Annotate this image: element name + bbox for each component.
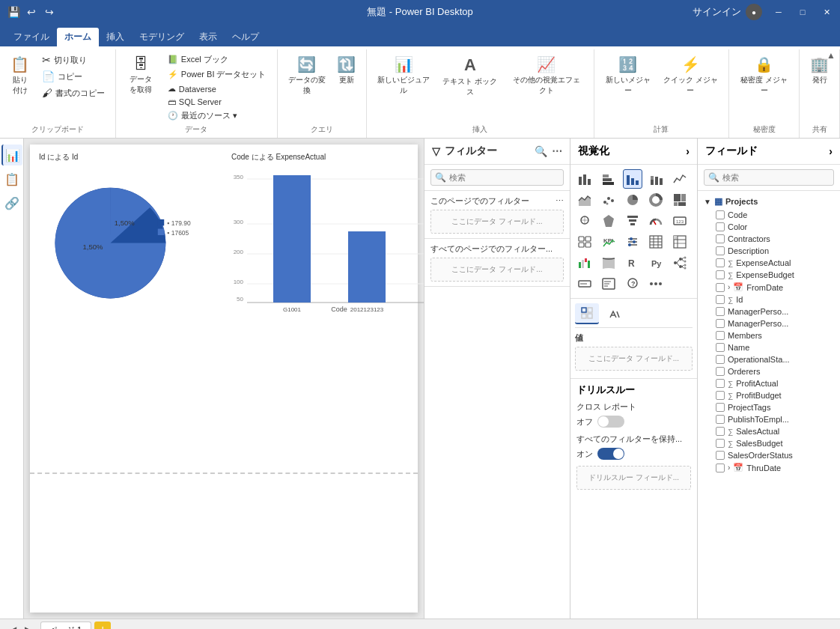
menu-file[interactable]: ファイル [6,28,57,46]
sidebar-model-btn[interactable]: 🔗 [1,192,22,213]
format-copy-btn[interactable]: 🖌 書式のコピー [37,85,109,100]
field-checkbox-orderers[interactable] [716,367,725,376]
viz-waterfall-icon[interactable] [575,253,594,273]
fields-search-input[interactable] [704,169,834,186]
field-item-sales-order-status[interactable]: SalesOrderStatus [698,449,840,461]
field-checkbox-contractors[interactable] [716,234,725,243]
cross-report-toggle-off[interactable] [597,416,624,428]
add-page-btn[interactable]: + [94,622,111,630]
viz-decomp-tree-icon[interactable] [670,253,690,273]
filter-search-icon[interactable]: 🔍 [535,145,547,157]
viz-matrix-icon[interactable] [670,232,690,252]
field-checkbox-from-date[interactable] [716,283,725,292]
quick-measure-btn[interactable]: ⚡ クイック メジャー [659,52,723,99]
field-item-thru-date[interactable]: › 📅 ThruDate [698,461,840,474]
field-checkbox-code[interactable] [716,210,725,219]
drillthrough-drop-zone[interactable]: ドリルスルー フィールド... [576,466,691,490]
viz-pie-chart-icon[interactable] [623,190,642,210]
keep-filters-toggle-on[interactable] [597,448,624,460]
viz-ribbon-chart-icon[interactable] [599,253,618,273]
field-item-sales-budget[interactable]: ∑ SalesBudget [698,437,840,449]
maximize-btn[interactable]: □ [795,4,810,19]
field-item-orderers[interactable]: Orderers [698,365,840,377]
viz-slicer-icon[interactable] [623,232,642,252]
bar-chart-container[interactable]: Code による ExpenseActual 350 300 200 100 5… [228,151,424,323]
field-checkbox-expense-actual[interactable] [716,258,725,267]
field-item-manager2[interactable]: ManagerPerso... [698,317,840,329]
field-item-contractors[interactable]: Contractors [698,233,840,245]
viz-format-tab[interactable] [602,303,626,324]
redo-qat-btn[interactable]: ↪ [42,4,57,19]
viz-filled-map-icon[interactable] [599,211,618,231]
menu-insert[interactable]: 挿入 [99,28,132,46]
field-checkbox-manager2[interactable] [716,319,725,328]
field-item-from-date[interactable]: › 📅 FromDate [698,281,840,294]
fields-expand-icon[interactable]: › [829,145,833,157]
menu-modeling[interactable]: モデリング [132,28,192,46]
more-visuals-btn[interactable]: 📈 その他の視覚エフェクト [505,52,588,99]
field-item-description[interactable]: Description [698,245,840,257]
field-checkbox-id[interactable] [716,295,725,304]
menu-home[interactable]: ホーム [57,28,99,46]
page-tab-1[interactable]: ページ 1 [40,622,91,630]
viz-map-icon[interactable] [575,211,594,231]
viz-funnel-icon[interactable] [623,211,642,231]
field-item-sales-actual[interactable]: ∑ SalesActual [698,425,840,437]
sidebar-data-btn[interactable]: 📋 [1,168,22,189]
value-drop-zone[interactable]: ここにデータ フィールド... [575,347,693,371]
ribbon-collapse-btn[interactable]: ▲ [822,46,840,64]
page-next-btn[interactable]: ▶ [21,623,34,630]
field-checkbox-sales-budget[interactable] [716,439,725,448]
viz-r-visual-icon[interactable]: R [623,253,642,273]
filter-more-icon[interactable]: ⋯ [552,145,562,157]
field-checkbox-members[interactable] [716,331,725,340]
viz-line-chart-icon[interactable] [670,169,690,189]
viz-more-icon[interactable] [646,274,666,294]
canvas-page[interactable]: Id による Id 1,50% 1,50% ▪ 179.90 ▪ 17605 [30,145,418,613]
field-checkbox-operational-status[interactable] [716,355,725,364]
field-checkbox-color[interactable] [716,222,725,231]
expand-thru-date-icon[interactable]: › [728,464,730,472]
viz-bar-chart-icon[interactable] [575,169,594,189]
field-checkbox-project-tags[interactable] [716,403,725,412]
viz-multi-card-icon[interactable] [575,232,594,252]
viz-area-chart-icon[interactable] [575,190,594,210]
filter-search-input[interactable] [430,169,564,186]
field-item-profit-budget[interactable]: ∑ ProfitBudget [698,389,840,401]
field-item-manager1[interactable]: ManagerPerso... [698,306,840,317]
field-checkbox-sales-order-status[interactable] [716,451,725,460]
powerbi-dataset-btn[interactable]: ⚡ Power BI データセット [163,67,271,82]
recent-sources-btn[interactable]: 🕐 最近のソース ▾ [163,109,271,123]
viz-treemap-icon[interactable] [670,190,690,210]
paste-btn[interactable]: 📋 貼り付け [6,52,34,99]
field-item-project-tags[interactable]: ProjectTags [698,401,840,413]
copy-btn[interactable]: 📄 コピー [37,69,109,84]
viz-card-icon[interactable]: 123 [670,211,690,231]
sql-btn[interactable]: 🗃 SQL Server [163,96,271,108]
sensitivity-btn[interactable]: 🔒 秘密度 メジャー [735,52,793,99]
viz-text-filter-icon[interactable] [575,274,594,294]
menu-view[interactable]: 表示 [192,28,225,46]
viz-scatter-icon[interactable] [599,190,618,210]
transform-data-btn[interactable]: 🔄 データの変換 [284,52,330,99]
viz-build-tab[interactable] [575,303,599,324]
field-checkbox-publish[interactable] [716,415,725,424]
pie-chart-container[interactable]: Id による Id 1,50% 1,50% ▪ 179.90 ▪ 17605 [36,151,223,323]
this-page-more-icon[interactable]: ⋯ [556,196,564,206]
viz-qna-icon[interactable]: ? [623,274,642,294]
field-checkbox-description[interactable] [716,246,725,255]
field-item-operational-status[interactable]: OperationalSta... [698,353,840,365]
field-checkbox-profit-actual[interactable] [716,379,725,388]
field-item-id[interactable]: ∑ Id [698,294,840,306]
viz-column-chart-icon[interactable] [623,169,642,189]
all-pages-drop-zone[interactable]: ここにデータ フィールド... [430,258,564,282]
field-checkbox-manager1[interactable] [716,307,725,316]
viz-stacked-column-icon[interactable] [646,169,666,189]
field-item-expense-actual[interactable]: ∑ ExpenseActual [698,257,840,269]
viz-table-icon[interactable] [646,232,666,252]
viz-smart-narrative-icon[interactable] [599,274,618,294]
field-item-members[interactable]: Members [698,329,840,341]
field-checkbox-name[interactable] [716,343,725,352]
get-data-btn[interactable]: 🗄 データを取得 [122,52,160,98]
field-item-color[interactable]: Color [698,221,840,233]
